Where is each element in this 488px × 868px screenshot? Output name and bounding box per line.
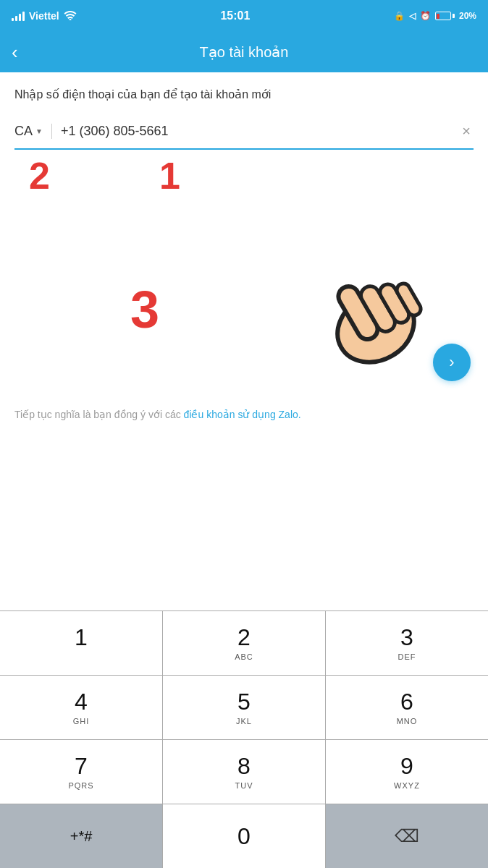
keyboard-row-3: 7 PQRS 8 TUV 9 WXYZ bbox=[0, 739, 488, 804]
illustration-area: 3 › bbox=[0, 193, 488, 396]
main-content: Nhập số điện thoại của bạn để tạo tài kh… bbox=[0, 72, 488, 193]
annotation-1: 1 bbox=[159, 157, 180, 195]
key-1[interactable]: 1 bbox=[0, 611, 163, 675]
arrow-right-icon: › bbox=[449, 353, 454, 372]
key-6[interactable]: 6 MNO bbox=[326, 676, 488, 739]
key-0[interactable]: 0 bbox=[163, 804, 326, 868]
location-icon: ◁ bbox=[409, 11, 416, 21]
page-title: Tạo tài khoản bbox=[200, 43, 289, 61]
battery-percent: 20% bbox=[459, 11, 476, 21]
annotation-2: 2 bbox=[29, 157, 50, 195]
subtitle-text: Nhập số điện thoại của bạn để tạo tài kh… bbox=[14, 87, 474, 103]
terms-area: Tiếp tục nghĩa là bạn đồng ý với các điề… bbox=[0, 396, 488, 431]
battery-indicator bbox=[435, 12, 455, 20]
carrier-label: Viettel bbox=[29, 10, 59, 22]
numeric-keyboard: 1 2 ABC 3 DEF 4 GHI 5 JKL 6 MNO 7 PQRS bbox=[0, 610, 488, 868]
key-3[interactable]: 3 DEF bbox=[326, 611, 488, 675]
status-bar: Viettel 15:01 🔒 ◁ ⏰ 20% bbox=[0, 0, 488, 32]
status-left: Viettel bbox=[12, 10, 77, 22]
terms-link[interactable]: điều khoản sử dụng Zalo. bbox=[184, 409, 301, 420]
key-7[interactable]: 7 PQRS bbox=[0, 740, 163, 804]
status-right: 🔒 ◁ ⏰ 20% bbox=[394, 11, 476, 21]
annotation-3: 3 bbox=[130, 280, 159, 339]
wifi-icon bbox=[64, 10, 77, 22]
terms-text: Tiếp tục nghĩa là bạn đồng ý với các điề… bbox=[14, 409, 301, 420]
key-2[interactable]: 2 ABC bbox=[163, 611, 326, 675]
alarm-icon: ⏰ bbox=[420, 11, 431, 21]
clear-input-button[interactable]: × bbox=[459, 120, 474, 142]
lock-icon: 🔒 bbox=[394, 11, 405, 21]
keyboard-row-1: 1 2 ABC 3 DEF bbox=[0, 610, 488, 675]
hand-pointer-icon bbox=[285, 237, 445, 381]
key-backspace[interactable]: ⌫ bbox=[326, 804, 488, 868]
key-8[interactable]: 8 TUV bbox=[163, 740, 326, 804]
key-4[interactable]: 4 GHI bbox=[0, 676, 163, 739]
phone-number-input[interactable] bbox=[61, 124, 459, 139]
chevron-down-icon: ▼ bbox=[35, 127, 43, 135]
next-button[interactable]: › bbox=[433, 344, 471, 381]
keyboard-row-2: 4 GHI 5 JKL 6 MNO bbox=[0, 675, 488, 739]
svg-point-0 bbox=[69, 19, 71, 20]
keyboard-row-4: +*# 0 ⌫ bbox=[0, 804, 488, 868]
signal-icon bbox=[12, 11, 25, 21]
header: ‹ Tạo tài khoản bbox=[0, 32, 488, 72]
back-button[interactable]: ‹ bbox=[12, 43, 18, 61]
country-code: CA bbox=[14, 124, 33, 139]
phone-input-row: CA ▼ × bbox=[14, 120, 474, 150]
country-selector[interactable]: CA ▼ bbox=[14, 124, 52, 139]
key-symbols[interactable]: +*# bbox=[0, 804, 163, 868]
key-5[interactable]: 5 JKL bbox=[163, 676, 326, 739]
key-9[interactable]: 9 WXYZ bbox=[326, 740, 488, 804]
status-time: 15:01 bbox=[220, 9, 250, 22]
